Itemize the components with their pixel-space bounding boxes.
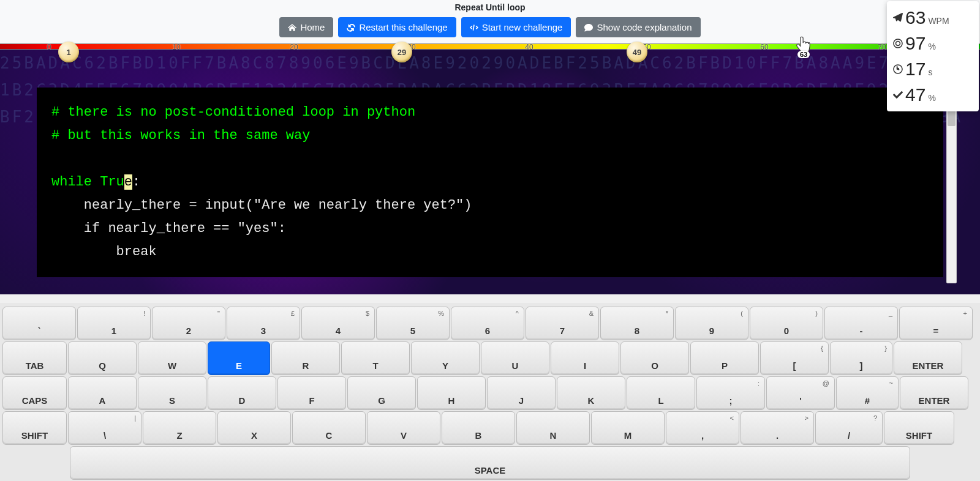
key-l[interactable]: L [627, 376, 695, 410]
key-c[interactable]: C [292, 411, 366, 445]
key-8[interactable]: *8 [600, 307, 674, 340]
typed-code: # there is no post-conditioned loop in p… [51, 105, 415, 190]
score-unit: % [928, 93, 935, 103]
key-d[interactable]: D [208, 376, 276, 410]
key-a[interactable]: A [68, 376, 137, 410]
top-bar: Repeat Until loop Home Restart this chal… [0, 0, 980, 43]
key-/[interactable]: ?/ [815, 411, 883, 445]
key-t[interactable]: T [341, 341, 410, 375]
key-v[interactable]: V [367, 411, 440, 445]
explain-button[interactable]: Show code explanation [576, 17, 700, 37]
key-f[interactable]: F [277, 376, 346, 410]
progress-bar: 0102030405060701294963 [0, 43, 980, 50]
score-badge: 1 [58, 42, 79, 62]
start-new-label: Start new challenge [482, 22, 563, 32]
stat-score: 47 % [893, 82, 973, 108]
key-,[interactable]: <, [666, 411, 739, 445]
key-#[interactable]: ~# [836, 376, 899, 410]
key-e[interactable]: E [208, 341, 270, 375]
score-badge: 29 [391, 42, 412, 62]
key-1[interactable]: !1 [77, 307, 151, 340]
progress-hand: 63 [795, 35, 812, 58]
key-r[interactable]: R [271, 341, 340, 375]
key-][interactable]: }] [830, 341, 892, 375]
cursor-char: e [124, 174, 132, 190]
key-h[interactable]: H [417, 376, 486, 410]
stats-panel: 63 WPM 97 % 17 s 47 % [887, 1, 979, 111]
key-0[interactable]: )0 [750, 307, 823, 340]
key-5[interactable]: %5 [376, 307, 450, 340]
stat-wpm: 63 WPM [893, 5, 973, 31]
code-box[interactable]: # there is no post-conditioned loop in p… [37, 88, 943, 277]
key-space[interactable]: SPACE [70, 446, 910, 480]
key-o[interactable]: O [620, 341, 689, 375]
key-k[interactable]: K [557, 376, 625, 410]
scrollbar[interactable] [946, 88, 957, 283]
key-j[interactable]: J [487, 376, 556, 410]
explain-label: Show code explanation [597, 22, 692, 32]
time-unit: s [928, 67, 932, 77]
key-x[interactable]: X [217, 411, 291, 445]
accuracy-unit: % [928, 42, 935, 51]
key-z[interactable]: Z [143, 411, 216, 445]
wpm-unit: WPM [928, 16, 949, 26]
button-row: Home Restart this challenge Start new ch… [0, 17, 980, 43]
key-.[interactable]: >. [741, 411, 814, 445]
key-7[interactable]: &7 [526, 307, 599, 340]
key-`[interactable]: ` [2, 307, 76, 340]
key-9[interactable]: (9 [675, 307, 748, 340]
clock-icon [893, 64, 903, 74]
keyboard-row-3: CAPSASDFGHJKL:;@'~#ENTER [2, 376, 978, 410]
key-6[interactable]: ^6 [451, 307, 524, 340]
key-\[interactable]: |\ [68, 411, 141, 445]
code-icon [470, 23, 478, 32]
key-p[interactable]: P [690, 341, 759, 375]
key-tab[interactable]: TAB [2, 341, 67, 375]
home-icon [288, 23, 296, 32]
score-value: 47 [905, 84, 925, 105]
time-value: 17 [905, 59, 925, 80]
key-q[interactable]: Q [68, 341, 137, 375]
wpm-value: 63 [905, 7, 925, 28]
keyboard-row-2: TABQWERTYUIOP{[}]ENTER [2, 341, 978, 375]
keyboard-row-1: `!1"2£3$4%5^6&7*8(9)0_-+= [2, 307, 978, 340]
score-badge: 49 [627, 42, 647, 62]
key-i[interactable]: I [551, 341, 619, 375]
virtual-keyboard: `!1"2£3$4%5^6&7*8(9)0_-+=TABQWERTYUIOP{[… [0, 303, 980, 481]
target-icon [893, 39, 903, 48]
key-shift[interactable]: SHIFT [2, 411, 67, 445]
accuracy-value: 97 [905, 33, 925, 54]
key-s[interactable]: S [138, 376, 206, 410]
key-2[interactable]: "2 [152, 307, 225, 340]
key-y[interactable]: Y [411, 341, 480, 375]
home-button[interactable]: Home [279, 17, 333, 37]
restart-button[interactable]: Restart this challenge [338, 17, 456, 37]
key-enter[interactable]: ENTER [894, 341, 962, 375]
key-=[interactable]: += [899, 307, 973, 340]
key-shift[interactable]: SHIFT [884, 411, 954, 445]
home-label: Home [300, 22, 325, 32]
key--[interactable]: _- [824, 307, 898, 340]
plane-icon [893, 13, 903, 23]
restart-label: Restart this challenge [359, 22, 447, 32]
keyboard-row-4: SHIFT|\ZXCVBNM<,>.?/SHIFT [2, 411, 978, 445]
comment-icon [584, 23, 593, 32]
stat-time: 17 s [893, 56, 973, 82]
key-enter[interactable]: ENTER [900, 376, 968, 410]
key-u[interactable]: U [481, 341, 549, 375]
key-w[interactable]: W [138, 341, 206, 375]
key-m[interactable]: M [591, 411, 665, 445]
key-4[interactable]: $4 [301, 307, 375, 340]
check-icon [893, 90, 903, 100]
key-caps[interactable]: CAPS [2, 376, 67, 410]
key-g[interactable]: G [347, 376, 416, 410]
start-new-button[interactable]: Start new challenge [461, 17, 571, 37]
code-area-bg: 25BADAC62BFBD10FF7BA8C878906E9BCDEA8E920… [0, 50, 980, 294]
key-'[interactable]: @' [766, 376, 835, 410]
key-[[interactable]: {[ [760, 341, 829, 375]
key-n[interactable]: N [516, 411, 590, 445]
key-b[interactable]: B [442, 411, 515, 445]
key-3[interactable]: £3 [227, 307, 300, 340]
key-;[interactable]: :; [696, 376, 765, 410]
refresh-icon [347, 23, 355, 32]
